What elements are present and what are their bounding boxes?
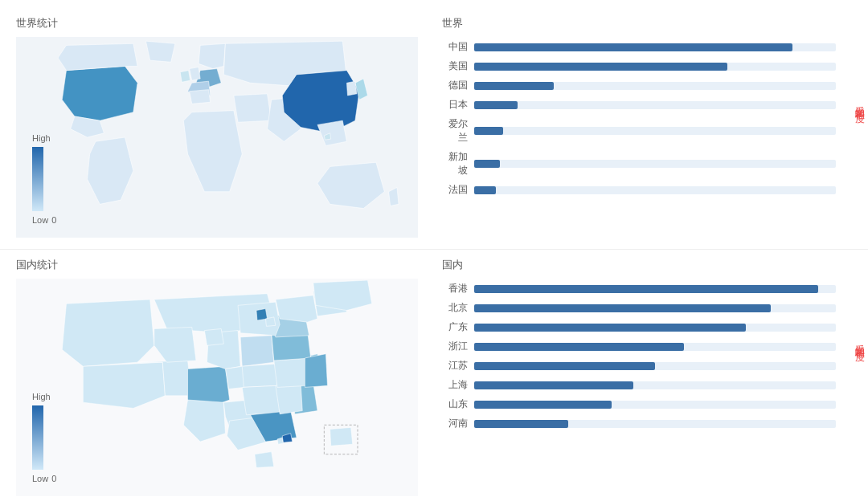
china-bar-row: 北京 [442, 301, 836, 315]
china-bar-fill [474, 420, 568, 428]
china-bar-row: 河南 [442, 417, 836, 430]
china-bar-track [474, 285, 836, 293]
country-no [199, 43, 225, 68]
province-nx [204, 328, 223, 345]
world-bar-label: 法国 [442, 183, 468, 197]
country-kr [346, 81, 357, 96]
china-bar-track [474, 381, 836, 389]
world-bar-label: 德国 [442, 79, 468, 92]
china-legend-gradient [32, 405, 43, 470]
china-chart-title: 国内 [442, 258, 836, 272]
world-bar-label: 中国 [442, 40, 468, 54]
country-gl [145, 41, 174, 62]
china-legend-low-row: Low 0 [32, 474, 56, 483]
world-row: 世界统计 [0, 8, 868, 250]
province-ah [274, 358, 308, 387]
world-legend-high: High [32, 133, 51, 143]
world-bar-fill [474, 43, 792, 51]
world-bar-fill [474, 160, 500, 168]
china-map-section: 国内统计 [0, 250, 426, 497]
world-legend-gradient [32, 147, 43, 211]
china-bar-label: 北京 [442, 301, 468, 315]
country-ie [180, 71, 190, 83]
china-bar-track [474, 343, 836, 351]
china-bar-label: 香港 [442, 282, 468, 295]
china-chart-section: 国内 香港北京广东浙江江苏上海山东河南 受影响程度 [426, 250, 868, 497]
world-map-legend: High Low 0 [32, 133, 56, 225]
china-bar-label: 山东 [442, 397, 468, 411]
main-container: 世界统计 [0, 0, 868, 497]
world-bar-track [474, 186, 836, 194]
china-bar-track [474, 420, 836, 428]
china-bar-row: 广东 [442, 320, 836, 334]
world-bar-fill [474, 101, 518, 109]
china-bar-track [474, 304, 836, 312]
province-tw [330, 427, 353, 446]
province-hb [240, 364, 277, 387]
china-bar-fill [474, 324, 746, 332]
china-bar-label: 浙江 [442, 340, 468, 353]
china-bar-label: 上海 [442, 378, 468, 392]
province-hlj [313, 280, 372, 310]
province-he [240, 336, 274, 367]
world-chart-container: 中国美国德国日本爱尔兰新加坡法国 受影响程度 [442, 40, 836, 197]
china-bar-label: 江苏 [442, 359, 468, 373]
china-side-label: 受影响程度 [853, 337, 866, 345]
china-legend-low: Low [32, 474, 48, 483]
country-me [234, 94, 272, 122]
china-bar-row: 江苏 [442, 359, 836, 373]
world-legend-low-row: Low 0 [32, 215, 56, 225]
province-hain [255, 452, 274, 468]
china-chart-container: 香港北京广东浙江江苏上海山东河南 受影响程度 [442, 282, 836, 430]
world-map-wrapper: High Low 0 [16, 37, 418, 241]
world-bar-label: 爱尔兰 [442, 117, 468, 145]
province-hu [242, 385, 280, 414]
china-map-wrapper: High Low 0 [16, 279, 418, 497]
china-bar-rows: 香港北京广东浙江江苏上海山东河南 [442, 282, 836, 430]
province-zj [305, 354, 327, 388]
world-legend-zero: 0 [51, 215, 56, 225]
china-legend-bar-row [32, 403, 43, 472]
world-bar-row: 爱尔兰 [442, 117, 836, 145]
world-bar-label: 新加坡 [442, 150, 468, 177]
china-bar-row: 香港 [442, 282, 836, 295]
china-bar-track [474, 362, 836, 370]
china-bar-fill [474, 401, 612, 409]
province-tj [265, 317, 275, 326]
world-bar-rows: 中国美国德国日本爱尔兰新加坡法国 [442, 40, 836, 197]
world-legend-bar-row [32, 145, 43, 214]
china-row: 国内统计 [0, 250, 868, 497]
world-side-label: 受影响程度 [853, 99, 866, 107]
world-map-svg [16, 37, 418, 238]
china-bar-fill [474, 362, 655, 370]
world-bar-label: 美国 [442, 59, 468, 73]
world-bar-fill [474, 186, 496, 194]
world-bar-row: 美国 [442, 59, 836, 73]
china-bar-row: 浙江 [442, 340, 836, 353]
china-map-legend: High Low 0 [32, 392, 56, 483]
china-bar-fill [474, 381, 633, 389]
world-bar-track [474, 101, 836, 109]
china-bar-label: 广东 [442, 320, 468, 334]
world-legend-low: Low [32, 215, 48, 225]
world-bar-fill [474, 82, 554, 90]
china-bar-track [474, 401, 836, 409]
world-bar-row: 中国 [442, 40, 836, 54]
province-jx [276, 383, 302, 414]
china-map-title: 国内统计 [16, 258, 418, 272]
province-xj [62, 299, 154, 366]
world-bar-row: 法国 [442, 183, 836, 197]
china-bar-track [474, 324, 836, 332]
province-ln [276, 295, 317, 322]
world-bar-row: 德国 [442, 79, 836, 92]
china-bar-row: 山东 [442, 397, 836, 411]
world-bar-row: 新加坡 [442, 150, 836, 177]
world-bar-track [474, 160, 836, 168]
country-es [190, 90, 211, 104]
world-bar-fill [474, 63, 727, 71]
world-bar-track [474, 127, 836, 135]
world-bar-label: 日本 [442, 98, 468, 112]
world-bar-row: 日本 [442, 98, 836, 112]
china-bar-fill [474, 285, 818, 293]
china-bar-fill [474, 343, 684, 351]
